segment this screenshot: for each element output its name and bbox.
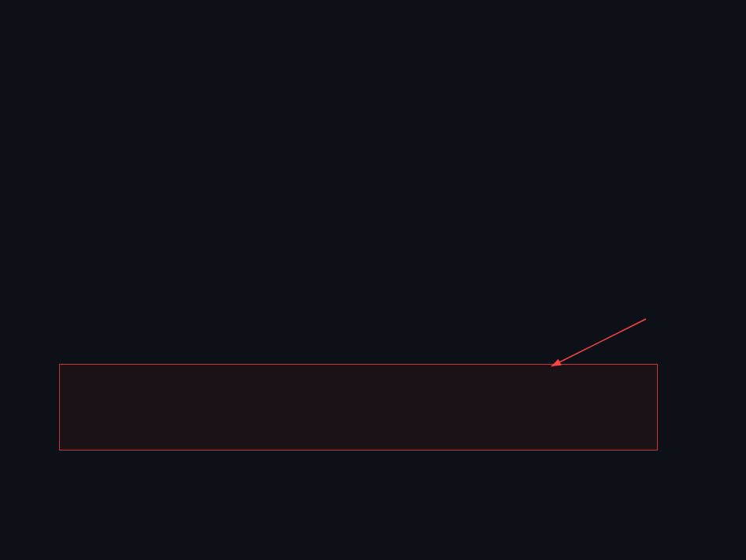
annotation-arrow bbox=[504, 307, 725, 386]
svg-line-1 bbox=[551, 319, 646, 366]
code-editor bbox=[0, 0, 746, 560]
